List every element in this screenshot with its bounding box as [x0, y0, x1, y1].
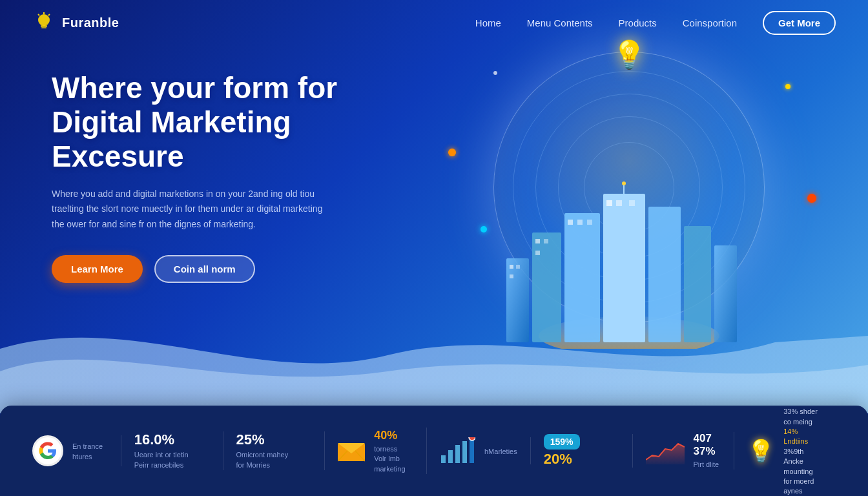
stat-16-label: Ueare int or tletinPeirr rancebiles — [134, 450, 189, 470]
bar-chart-icon — [440, 437, 475, 464]
globe-illustration: 💡 — [429, 32, 829, 394]
navbar: Furanble Home Menu Contents Products Coi… — [0, 0, 868, 45]
stat-25-label: Omicront maheyfor Morries — [236, 450, 289, 470]
stat-barchart-label: hMarleties — [484, 447, 517, 457]
svg-point-37 — [469, 437, 475, 440]
particle-dot — [493, 71, 497, 75]
stat-bulb-text: 33% shder co meing14% Lndtiins3%9th Anck… — [783, 405, 823, 496]
svg-rect-12 — [544, 239, 548, 243]
svg-rect-32 — [441, 455, 446, 463]
stat-bubble-text: 159% 20% — [544, 434, 580, 468]
svg-rect-33 — [448, 450, 453, 463]
svg-rect-35 — [462, 441, 467, 463]
stat-407-label: Pirt dlite — [694, 460, 721, 470]
stat-envelope-text: 40% tornessVolr lmb marketing — [374, 428, 413, 474]
city-skyline — [500, 181, 758, 349]
nav-coinsportion[interactable]: Coinsportion — [683, 17, 737, 28]
svg-rect-10 — [510, 274, 513, 278]
stat-envelope-label: tornessVolr lmb marketing — [374, 444, 413, 474]
bar-chart-icon-box — [440, 437, 475, 464]
svg-rect-19 — [629, 200, 635, 206]
hero-title: Where your form for Digital Marketing Ex… — [52, 71, 388, 174]
stat-16: 16.0% Ueare int or tletinPeirr rancebile… — [121, 431, 223, 470]
stat-bulb-label: 33% shder co meing14% Lndtiins3%9th Anck… — [783, 407, 823, 496]
google-icon-box — [32, 435, 63, 466]
svg-rect-18 — [616, 200, 622, 206]
area-chart-icon-box — [646, 437, 685, 464]
learn-more-button[interactable]: Learn More — [52, 255, 143, 283]
hero-subtitle: Where you add and digital marketions in … — [52, 187, 329, 232]
brand-name: Furanble — [62, 16, 119, 30]
svg-rect-17 — [606, 200, 612, 206]
svg-rect-11 — [535, 239, 540, 243]
nav-links: Home Menu Contents Products Coinsportion… — [475, 11, 836, 35]
hero-buttons: Learn More Coin all norm — [52, 255, 388, 283]
stat-areachart-text: 407 37% Pirt dlite — [694, 432, 721, 470]
stats-bar: En trancehtures 16.0% Ueare int or tleti… — [0, 406, 868, 496]
svg-rect-16 — [587, 220, 592, 225]
svg-rect-6 — [684, 226, 711, 342]
particle-dot — [448, 149, 456, 156]
envelope-icon-box — [338, 439, 365, 462]
nav-menu-contents[interactable]: Menu Contents — [527, 17, 593, 28]
svg-rect-24 — [41, 27, 46, 28]
nav-cta-button[interactable]: Get More — [763, 11, 836, 35]
svg-rect-23 — [41, 25, 47, 27]
svg-line-27 — [38, 14, 39, 16]
svg-rect-13 — [535, 251, 540, 255]
svg-rect-15 — [577, 220, 583, 225]
stat-barchart: hMarleties — [427, 437, 531, 464]
coin-all-norm-button[interactable]: Coin all norm — [154, 255, 255, 283]
stat-16-text: 16.0% Ueare int or tletinPeirr rancebile… — [134, 431, 189, 470]
envelope-icon — [338, 439, 365, 462]
bulb-stat-icon: 💡 — [747, 438, 774, 464]
stat-25-num: 25% — [236, 431, 289, 448]
stat-25-text: 25% Omicront maheyfor Morries — [236, 431, 289, 470]
stat-25: 25% Omicront maheyfor Morries — [223, 431, 326, 470]
stat-20-num: 20% — [544, 451, 580, 468]
stat-google-label: En trancehtures — [72, 442, 103, 462]
svg-rect-7 — [714, 245, 737, 342]
stat-16-num: 16.0% — [134, 431, 189, 448]
stat-google-text: En trancehtures — [72, 440, 103, 462]
google-g-icon — [32, 435, 63, 466]
svg-point-21 — [622, 181, 626, 185]
stat-google: En trancehtures — [32, 435, 121, 466]
particle-dot — [480, 226, 487, 232]
stat-bubble: 159% 20% — [531, 434, 633, 468]
svg-rect-8 — [510, 265, 513, 269]
svg-rect-36 — [470, 439, 474, 463]
svg-rect-14 — [568, 220, 573, 225]
svg-rect-5 — [648, 207, 681, 342]
stat-bulb: 💡 33% shder co meing14% Lndtiins3%9th An… — [734, 405, 836, 496]
stat-bubble-badge: 159% — [544, 434, 580, 450]
svg-rect-9 — [516, 265, 520, 269]
logo-area: Furanble — [32, 11, 119, 34]
nav-products[interactable]: Products — [619, 17, 657, 28]
particle-dot — [807, 194, 816, 203]
hero-section: 💡 — [0, 0, 868, 413]
svg-rect-1 — [506, 258, 529, 342]
svg-line-26 — [48, 14, 50, 16]
stat-407-num: 407 37% — [694, 432, 721, 458]
nav-home[interactable]: Home — [475, 17, 501, 28]
hero-content: Where your form for Digital Marketing Ex… — [52, 71, 388, 283]
stat-envelope: 40% tornessVolr lmb marketing — [325, 428, 427, 474]
stat-barchart-text: hMarleties — [484, 445, 517, 457]
svg-rect-4 — [603, 194, 645, 342]
logo-bulb-icon — [32, 11, 56, 34]
bulb-stat-icon-box: 💡 — [747, 438, 774, 464]
svg-rect-34 — [455, 445, 460, 463]
area-chart-icon — [646, 437, 685, 464]
svg-rect-2 — [532, 232, 561, 342]
particle-dot — [785, 84, 790, 89]
stat-envelope-num: 40% — [374, 429, 413, 442]
stat-areachart: 407 37% Pirt dlite — [633, 432, 735, 470]
svg-rect-3 — [564, 213, 600, 342]
svg-point-22 — [38, 14, 50, 26]
